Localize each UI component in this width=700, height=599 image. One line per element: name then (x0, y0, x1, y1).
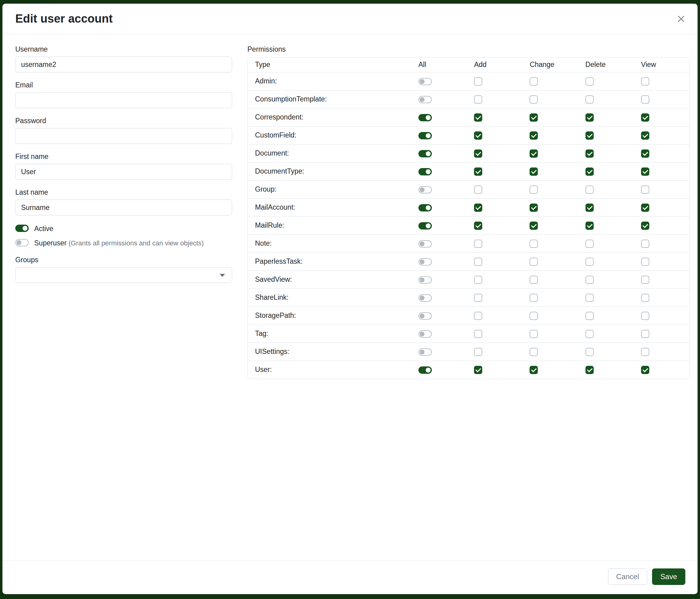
permission-all-toggle[interactable] (418, 78, 432, 85)
permission-change-checkbox[interactable] (530, 330, 538, 338)
permission-change-checkbox[interactable] (530, 348, 538, 356)
permission-view-checkbox[interactable] (641, 240, 649, 248)
permission-change-checkbox[interactable] (530, 312, 538, 320)
permission-change-checkbox[interactable] (530, 258, 538, 266)
permission-delete-checkbox[interactable] (585, 312, 594, 320)
permission-change-checkbox[interactable] (530, 240, 538, 248)
permission-all-toggle[interactable] (418, 258, 432, 266)
permission-view-checkbox[interactable] (641, 366, 649, 374)
permission-delete-checkbox[interactable] (585, 186, 594, 194)
superuser-toggle[interactable] (15, 239, 29, 246)
permission-add-checkbox[interactable] (474, 167, 482, 176)
permission-delete-checkbox[interactable] (585, 221, 594, 230)
permission-all-toggle[interactable] (418, 114, 432, 121)
permission-all-toggle[interactable] (418, 366, 432, 374)
permission-delete-checkbox[interactable] (585, 95, 594, 103)
permission-view-checkbox[interactable] (641, 348, 649, 356)
permission-change-checkbox[interactable] (530, 203, 538, 212)
permission-change-checkbox[interactable] (530, 186, 538, 194)
permission-delete-checkbox[interactable] (585, 294, 594, 302)
save-button[interactable]: Save (652, 569, 685, 585)
permission-add-checkbox[interactable] (474, 275, 482, 284)
permission-view-checkbox[interactable] (641, 221, 649, 230)
permission-view-checkbox[interactable] (641, 312, 649, 320)
permission-view-checkbox[interactable] (641, 167, 649, 176)
permission-delete-checkbox[interactable] (585, 203, 594, 212)
permission-all-toggle[interactable] (418, 186, 432, 193)
permission-all-toggle[interactable] (418, 276, 432, 284)
groups-select[interactable] (15, 267, 232, 283)
permission-add-checkbox[interactable] (474, 330, 482, 338)
first-name-input[interactable] (15, 164, 232, 180)
permission-add-checkbox[interactable] (474, 366, 482, 374)
permission-view-checkbox[interactable] (641, 258, 649, 266)
permission-add-checkbox[interactable] (474, 186, 482, 194)
permission-all-toggle[interactable] (418, 240, 432, 247)
permission-delete-checkbox[interactable] (585, 113, 594, 122)
permission-delete-checkbox[interactable] (585, 167, 594, 176)
permission-add-checkbox[interactable] (474, 221, 482, 230)
permission-delete-checkbox[interactable] (585, 275, 594, 284)
permission-view-checkbox[interactable] (641, 113, 649, 122)
permission-add-checkbox[interactable] (474, 312, 482, 320)
permission-all-toggle[interactable] (418, 150, 432, 158)
permission-all-toggle[interactable] (418, 349, 432, 356)
permission-delete-checkbox[interactable] (585, 330, 594, 338)
permission-change-checkbox[interactable] (530, 221, 538, 230)
permission-change-checkbox[interactable] (530, 275, 538, 284)
permission-all-toggle[interactable] (418, 204, 432, 212)
active-toggle[interactable] (15, 224, 29, 232)
permission-delete-checkbox[interactable] (585, 258, 594, 266)
permission-change-checkbox[interactable] (530, 366, 538, 374)
password-input[interactable] (15, 128, 232, 144)
username-input[interactable] (15, 56, 232, 72)
permission-add-checkbox[interactable] (474, 294, 482, 302)
close-icon[interactable]: × (677, 11, 685, 26)
permission-all-toggle[interactable] (418, 330, 432, 338)
permission-all-toggle[interactable] (418, 96, 432, 103)
last-name-input[interactable] (15, 199, 232, 215)
permission-delete-checkbox[interactable] (585, 348, 594, 356)
permission-view-checkbox[interactable] (641, 294, 649, 302)
permissions-table-body: Admin:ConsumptionTemplate:Correspondent:… (248, 72, 689, 379)
email-label: Email (15, 81, 232, 89)
permission-change-checkbox[interactable] (530, 113, 538, 122)
permission-add-checkbox[interactable] (474, 240, 482, 248)
permission-view-checkbox[interactable] (641, 77, 649, 86)
email-input[interactable] (15, 92, 232, 108)
permission-view-checkbox[interactable] (641, 275, 649, 284)
permission-add-checkbox[interactable] (474, 131, 482, 140)
permission-all-toggle[interactable] (418, 312, 432, 320)
permission-view-checkbox[interactable] (641, 186, 649, 194)
permission-change-checkbox[interactable] (530, 95, 538, 103)
permission-change-checkbox[interactable] (530, 149, 538, 158)
permission-delete-checkbox[interactable] (585, 131, 594, 140)
permission-all-toggle[interactable] (418, 222, 432, 230)
permission-change-checkbox[interactable] (530, 77, 538, 86)
permission-change-checkbox[interactable] (530, 167, 538, 176)
permission-all-toggle[interactable] (418, 168, 432, 175)
permission-add-checkbox[interactable] (474, 203, 482, 212)
permission-view-checkbox[interactable] (641, 131, 649, 140)
permission-add-checkbox[interactable] (474, 149, 482, 158)
permission-change-checkbox[interactable] (530, 131, 538, 140)
permission-delete-checkbox[interactable] (585, 240, 594, 248)
last-name-label: Last name (15, 188, 232, 196)
permission-all-toggle[interactable] (418, 132, 432, 139)
username-field-group: Username (15, 45, 232, 72)
cancel-button[interactable]: Cancel (608, 569, 648, 585)
permission-all-toggle[interactable] (418, 294, 432, 302)
permission-view-checkbox[interactable] (641, 95, 649, 103)
permission-add-checkbox[interactable] (474, 258, 482, 266)
permission-delete-checkbox[interactable] (585, 149, 594, 158)
permission-view-checkbox[interactable] (641, 149, 649, 158)
permission-view-checkbox[interactable] (641, 203, 649, 212)
permission-add-checkbox[interactable] (474, 95, 482, 103)
permission-add-checkbox[interactable] (474, 77, 482, 86)
permission-add-checkbox[interactable] (474, 113, 482, 122)
permission-view-checkbox[interactable] (641, 330, 649, 338)
permission-add-checkbox[interactable] (474, 348, 482, 356)
permission-delete-checkbox[interactable] (585, 366, 594, 374)
permission-change-checkbox[interactable] (530, 294, 538, 302)
permission-delete-checkbox[interactable] (585, 77, 594, 86)
